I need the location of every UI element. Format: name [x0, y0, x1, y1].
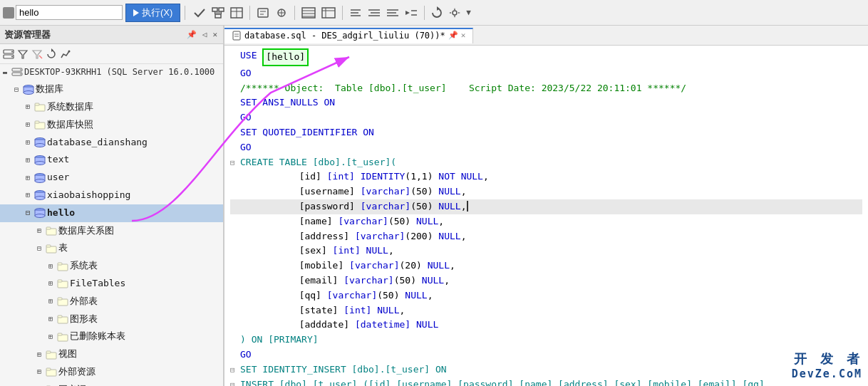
tree-tables-folder[interactable]: ⊟ 表	[0, 239, 223, 257]
indent2-icon[interactable]	[404, 6, 418, 19]
dropdown-arrow[interactable]: ▼	[466, 8, 471, 17]
user-label: user	[47, 170, 69, 185]
svg-rect-93	[233, 31, 240, 40]
toolbar-separator-2	[249, 6, 250, 20]
tree-db-dianshang[interactable]: ⊞ database_dianshang	[0, 134, 223, 152]
svg-point-70	[35, 214, 45, 218]
code-line-identity-insert: ⊟ SET IDENTITY_INSERT [dbo].[t_user] ON	[230, 362, 862, 377]
tree-db-text[interactable]: ⊞ text	[0, 151, 223, 169]
code-line-mobile: [mobile] [varchar](20) NULL,	[230, 259, 862, 273]
play-icon	[133, 9, 139, 16]
views-folder-icon	[46, 350, 57, 360]
databases-label: 数据库	[36, 82, 63, 97]
code-line-go2: GO	[230, 110, 862, 125]
settings-icon[interactable]	[448, 6, 462, 19]
execute-button[interactable]: 执行(X)	[125, 4, 180, 22]
extres-label: 外部资源	[58, 365, 95, 380]
tree-server-node[interactable]: ▬ DESKTOP-93KRHH1 (SQL Server 16.0.1000	[0, 64, 223, 80]
svg-rect-72	[46, 227, 51, 229]
code-line-sex: [sex] [int] NULL,	[230, 244, 862, 259]
svg-line-42	[39, 56, 42, 58]
views-expander: ⊞	[34, 349, 44, 360]
tables-folder-icon	[46, 244, 57, 254]
on-primary-text: ) ON [PRIMARY]	[240, 333, 319, 348]
snapshot-label: 数据库快照	[47, 118, 93, 132]
code-line-insert: ⊟ INSERT [dbo].[t_user] ([id] [username]…	[230, 377, 862, 386]
xiaobai-expander: ⊞	[23, 189, 33, 201]
checkmark-icon[interactable]	[192, 6, 207, 19]
panel-toolbar	[0, 44, 223, 64]
code-line-comment: /****** Object: Table [dbo].[t_user] Scr…	[230, 81, 862, 96]
col-qq: [qq] [varchar](50) NULL,	[240, 288, 433, 303]
tree-db-hello[interactable]: ⊟ hello	[0, 204, 223, 222]
set-ansi-keyword: SET ANSI_NULLS ON	[240, 95, 335, 110]
svg-point-35	[453, 11, 457, 15]
chart-icon[interactable]	[60, 48, 71, 60]
schema2-icon[interactable]	[274, 6, 289, 19]
tree-graph-tables[interactable]: ⊞ 图形表	[0, 311, 223, 328]
schema-icon[interactable]	[211, 6, 225, 19]
grid-icon[interactable]	[301, 6, 316, 19]
database-dropdown[interactable]	[16, 5, 123, 20]
grid2-icon[interactable]	[321, 6, 336, 19]
hello-db-icon	[34, 208, 46, 218]
create-table-keyword: CREATE TABLE [dbo].[t_user](	[240, 155, 396, 170]
svg-rect-2	[215, 14, 221, 18]
tree-views[interactable]: ⊞ 视图	[0, 345, 223, 363]
tree-db-diagram[interactable]: ⊞ 数据库关系图	[0, 222, 223, 240]
col-name: [name] [varchar](50) NULL,	[240, 214, 444, 229]
tree-deleted-tables[interactable]: ⊞ 已删除账本表	[0, 328, 223, 345]
code-editor[interactable]: USE [hello] GO /****** Object: Table [db…	[224, 46, 868, 386]
tree-db-snapshot[interactable]: ⊞ 数据库快照	[0, 116, 223, 134]
svg-rect-78	[58, 280, 62, 282]
tree-external-tables[interactable]: ⊞ 外部表	[0, 293, 223, 311]
refresh-icon[interactable]	[430, 6, 443, 19]
query-icon[interactable]	[256, 6, 270, 19]
indent-icon[interactable]	[367, 6, 381, 19]
tree-databases-folder[interactable]: ⊟ 数据库	[0, 80, 223, 98]
filter2-icon[interactable]	[31, 48, 43, 60]
exttables-folder-icon	[57, 296, 68, 306]
svg-marker-40	[19, 51, 27, 58]
tree-external-resources[interactable]: ⊞ 外部资源	[0, 363, 223, 381]
dedent-icon[interactable]	[386, 6, 400, 19]
code-line-id: [id] [int] IDENTITY(1,1) NOT NULL,	[230, 169, 862, 184]
databases-folder-icon	[23, 85, 34, 95]
col-username: [username] [varchar](50) NULL,	[240, 184, 466, 199]
graphtables-folder-icon	[57, 314, 68, 324]
code-line-email: [email] [varchar](50) NULL,	[230, 273, 862, 288]
code-line-quoted: SET QUOTED_IDENTIFIER ON	[230, 125, 862, 140]
server-icon	[3, 48, 14, 60]
snapshot-folder-icon	[34, 120, 46, 130]
tree-synonyms[interactable]: ⊞ 同义词	[0, 381, 223, 386]
table-icon[interactable]	[229, 6, 244, 19]
tree-filetables[interactable]: ⊞ FileTables	[0, 275, 223, 293]
right-panel: database.sql - DES_adgirl_liuliu (70))* …	[224, 26, 868, 386]
hello-expander: ⊟	[23, 207, 33, 219]
col-address: [address] [varchar](200) NULL,	[240, 229, 466, 244]
panel-close-x[interactable]: ✕	[211, 29, 219, 40]
filter-icon[interactable]	[17, 48, 29, 60]
svg-point-67	[35, 197, 45, 200]
tree-db-xiaobai[interactable]: ⊞ xiaobaishopping	[0, 187, 223, 204]
col-sex: [sex] [int] NULL,	[240, 244, 394, 259]
tree-system-db[interactable]: ⊞ 系统数据库	[0, 98, 223, 116]
tab-close-button[interactable]: ✕	[461, 31, 466, 40]
code-line-go1: GO	[230, 66, 862, 81]
tree-system-tables[interactable]: ⊞ 系统表	[0, 257, 223, 275]
align-icon[interactable]	[348, 6, 363, 19]
pin-icon[interactable]: 📌	[185, 29, 198, 40]
main-tab[interactable]: database.sql - DES_adgirl_liuliu (70))* …	[224, 28, 473, 43]
svg-point-38	[11, 51, 13, 52]
panel-arrow-icon[interactable]: ◁	[201, 29, 209, 40]
main-content: 资源管理器 📌 ◁ ✕	[0, 26, 868, 386]
refresh2-icon[interactable]	[46, 48, 57, 60]
svg-point-44	[68, 50, 71, 52]
server-tree-icon	[11, 68, 23, 78]
dianshang-label: database_dianshang	[47, 135, 148, 150]
tree-db-user[interactable]: ⊞ user	[0, 169, 223, 187]
tab-pin-icon[interactable]: 📌	[448, 31, 458, 40]
code-line-password: [password] [varchar](50) NULL,	[230, 199, 862, 214]
systemdb-folder-icon	[34, 102, 46, 112]
extres-expander: ⊞	[34, 366, 44, 377]
